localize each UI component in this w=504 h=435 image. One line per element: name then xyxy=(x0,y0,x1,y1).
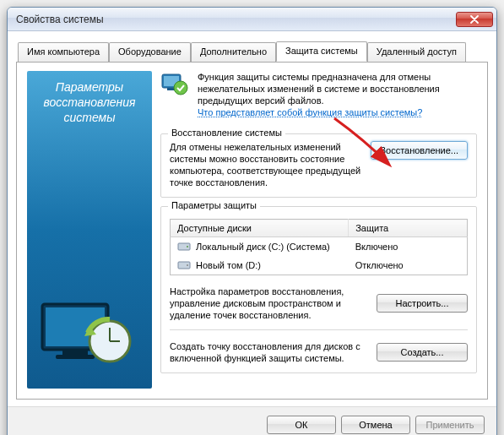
shield-icon xyxy=(160,71,189,100)
intro-block: Функция защиты системы предназначена для… xyxy=(160,71,477,118)
apply-button[interactable]: Применить xyxy=(415,416,485,434)
titlebar: Свойства системы xyxy=(8,8,496,31)
tab-remote[interactable]: Удаленный доступ xyxy=(367,42,466,63)
sidebar-line1: Параметры xyxy=(34,79,145,95)
intro-text: Функция защиты системы предназначена для… xyxy=(198,71,477,118)
separator xyxy=(170,329,468,330)
col-protection[interactable]: Защита xyxy=(349,220,468,237)
sidebar-line2: восстановления xyxy=(34,95,145,110)
disk-icon xyxy=(177,259,191,271)
close-icon xyxy=(470,15,479,24)
tab-system-protection[interactable]: Защита системы xyxy=(276,41,367,62)
tab-hardware[interactable]: Оборудование xyxy=(109,42,191,63)
disks-table: Доступные диски Защита xyxy=(170,219,468,275)
restore-fieldset: Восстановление системы Для отмены нежела… xyxy=(160,133,477,198)
protection-legend: Параметры защиты xyxy=(168,200,260,210)
create-button[interactable]: Создать... xyxy=(377,343,468,362)
monitor-clock-icon xyxy=(37,299,138,375)
svg-point-15 xyxy=(187,264,188,266)
close-button[interactable] xyxy=(456,12,493,27)
system-properties-window: Свойства системы Имя компьютера Оборудов… xyxy=(7,7,497,435)
configure-button[interactable]: Настроить... xyxy=(377,294,468,313)
tab-advanced[interactable]: Дополнительно xyxy=(191,42,276,63)
intro-help-link[interactable]: Что представляет собой функция защиты си… xyxy=(198,107,422,117)
sidebar-line3: системы xyxy=(34,110,145,125)
protection-fieldset: Параметры защиты Доступные диски Защита xyxy=(160,206,477,373)
restore-button[interactable]: Восстановление... xyxy=(371,141,468,160)
window-title: Свойства системы xyxy=(16,14,456,25)
disk-name: Новый том (D:) xyxy=(196,260,261,270)
dialog-footer: ОК Отмена Применить xyxy=(8,406,496,435)
cancel-button[interactable]: Отмена xyxy=(341,416,410,434)
content-column: Функция защиты системы предназначена для… xyxy=(160,71,477,389)
tab-strip: Имя компьютера Оборудование Дополнительн… xyxy=(18,41,486,62)
create-description: Создать точку восстановления для дисков … xyxy=(170,340,370,364)
disk-status: Включено xyxy=(349,237,468,257)
ok-button[interactable]: ОК xyxy=(267,416,336,434)
table-row[interactable]: Новый том (D:) Отключено xyxy=(171,256,468,275)
disk-icon xyxy=(177,241,191,253)
svg-rect-3 xyxy=(56,355,95,359)
disk-status: Отключено xyxy=(349,256,468,275)
restore-description: Для отмены нежелательных изменений систе… xyxy=(170,141,364,188)
tab-computer-name[interactable]: Имя компьютера xyxy=(18,42,109,63)
svg-point-13 xyxy=(187,246,188,247)
restore-legend: Восстановление системы xyxy=(168,128,285,138)
tab-panel-protection: Параметры восстановления системы xyxy=(16,62,488,400)
window-body: Имя компьютера Оборудование Дополнительн… xyxy=(8,31,496,406)
configure-description: Настройка параметров восстановления, упр… xyxy=(170,285,370,321)
svg-point-11 xyxy=(174,81,187,95)
intro-description: Функция защиты системы предназначена для… xyxy=(198,72,440,106)
col-disks[interactable]: Доступные диски xyxy=(171,220,349,237)
disk-name: Локальный диск (C:) (Система) xyxy=(196,242,330,252)
sidebar-graphic: Параметры восстановления системы xyxy=(27,71,152,389)
svg-rect-2 xyxy=(62,350,88,355)
table-row[interactable]: Локальный диск (C:) (Система) Включено xyxy=(171,237,468,257)
